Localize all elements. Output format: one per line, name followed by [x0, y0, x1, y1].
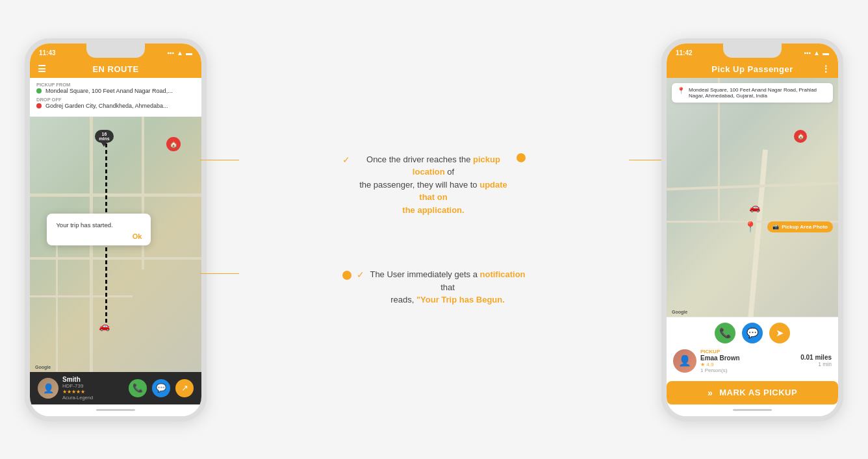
phone1-notch [86, 43, 145, 58]
passenger-details: PICKUP Emaa Brown ★ 4.9 1 Person(s) [700, 349, 740, 373]
phone1-route-bar: PICKUP FROM Mondeal Square, 100 Feet Ana… [30, 78, 201, 117]
trip-dialog-message: Your trip has started. [56, 221, 142, 229]
pickup-pin-icon: 📍 [677, 87, 685, 94]
annotation-bottom-text: The User immediately gets a notification… [370, 268, 526, 306]
pickup-area-photo-btn[interactable]: 📷 Pickup Area Photo [767, 221, 833, 232]
phone2-wifi-icon: ▲ [813, 49, 820, 56]
pickup-type-label: PICKUP [700, 349, 740, 354]
annotation-top-text: Once the driver reaches the pickup locat… [355, 153, 511, 217]
phone1-header-title: EN ROUTE [92, 64, 138, 74]
phone2-header-title: Pick Up Passenger [711, 64, 793, 74]
trip-dialog: Your trip has started. Ok [47, 214, 151, 245]
driver-car: Acura-Legend [62, 395, 93, 401]
phone1-menu-icon[interactable]: ☰ [38, 64, 47, 74]
h-line-bottom-left [200, 273, 239, 274]
phone1-status-icons: ▪▪▪ ▲ ▬ [167, 49, 192, 56]
phone2-time: 11:42 [676, 49, 693, 56]
phone1-signal-icon: ▪▪▪ [167, 49, 174, 56]
map2-location-pin: 📍 [744, 221, 757, 233]
phone2-home-bar [667, 404, 838, 416]
car-icon: 🚗 [99, 321, 110, 331]
mark-pickup-label: MARK AS PICKUP [719, 388, 797, 397]
annotation-area: ✓ Once the driver reaches the pickup loc… [207, 153, 661, 306]
road-h3 [30, 295, 133, 297]
passenger-count: 1 Person(s) [700, 367, 740, 373]
h-line-top-left [200, 160, 239, 160]
annotation-top-line1: Once the driver reaches the pickup locat… [366, 155, 500, 177]
phone1-time: 11:43 [39, 49, 56, 56]
trip-dialog-ok[interactable]: Ok [56, 232, 142, 240]
mark-pickup-arrows: » [708, 388, 713, 398]
phone2-status-icons: ▪▪▪ ▲ ▬ [804, 49, 829, 56]
passenger-time: 1 min [800, 361, 832, 367]
chat-button-2[interactable]: 💬 [742, 323, 763, 343]
map2-car-icon: 🚗 [749, 202, 760, 212]
passenger-avatar: 👤 [673, 349, 696, 373]
panel-action-icons: 📞 💬 ➤ [673, 323, 832, 343]
phone1-pickup-label: PICKUP FROM [36, 82, 195, 88]
road-h1 [30, 193, 201, 197]
driver-name: Smith [62, 376, 93, 383]
google-label-1: Google [35, 365, 51, 369]
annotation-top-dot [517, 153, 526, 162]
passenger-name: Emaa Brown [700, 354, 740, 362]
phone1-dropoff-label: DROP OFF [36, 97, 195, 103]
annotation-bottom: ✓ The User immediately gets a notificati… [342, 268, 526, 306]
phone1-dropoff-item: Godrej Garden City, Chandkheda, Ahmedaba… [36, 103, 195, 110]
phone2-battery-icon: ▬ [823, 49, 829, 56]
driver-plate: HDF-739 [62, 383, 93, 389]
map2-red-marker: 🏠 [794, 130, 807, 143]
annotation-bottom-line1: The User immediately gets a notification… [370, 269, 525, 292]
phone1-action-icons: 📞 💬 ↗ [129, 379, 194, 397]
driver-details: Smith HDF-739 ★★★★★ Acura-Legend [62, 376, 93, 401]
time-bubble: 16 mins [95, 130, 113, 143]
camera-icon: 📷 [772, 224, 779, 230]
marker-tail [101, 143, 107, 147]
annotation-top: ✓ Once the driver reaches the pickup loc… [342, 153, 526, 217]
share-button-1[interactable]: ↗ [175, 379, 194, 397]
annotation-bottom-dot [342, 271, 351, 280]
pickup-location-box: 📍 Mondeal Square, 100 Feet Anand Nagar R… [672, 83, 833, 103]
phone1-battery-icon: ▬ [186, 49, 192, 56]
scene: 11:43 ▪▪▪ ▲ ▬ ☰ EN ROUTE PICKUP FROM Mon… [25, 9, 843, 451]
phone2-map: 📍 Mondeal Square, 100 Feet Anand Nagar R… [667, 78, 838, 317]
passenger-right: 0.01 miles 1 min [800, 354, 832, 367]
home-bar-line-1 [96, 409, 135, 411]
driver-rating: ★★★★★ [62, 389, 93, 395]
call-button-2[interactable]: 📞 [715, 323, 735, 343]
driver-avatar: 👤 [38, 378, 58, 399]
road-v2 [142, 117, 144, 270]
annotation-bottom-check: ✓ [357, 269, 364, 280]
phone1-home-bar [30, 404, 201, 416]
phone1-dropoff-dot [36, 103, 42, 108]
passenger-distance: 0.01 miles [800, 354, 832, 361]
phone2-signal-icon: ▪▪▪ [804, 49, 811, 56]
phone1-wifi-icon: ▲ [177, 49, 183, 56]
home-bar-line-2 [733, 409, 772, 411]
mark-pickup-button[interactable]: » MARK AS PICKUP [667, 381, 838, 404]
phone1-pickup-item: Mondeal Square, 100 Feet Anand Nagar Roa… [36, 88, 195, 95]
home-icon: 🏠 [166, 137, 181, 151]
call-button-1[interactable]: 📞 [129, 379, 147, 397]
annotation-top-line2: the passenger, they will have to update … [359, 180, 507, 203]
phone1-header: ☰ EN ROUTE [30, 60, 201, 78]
nav-button-2[interactable]: ➤ [769, 323, 790, 343]
passenger-rating: ★ 4.9 [700, 362, 740, 367]
time-marker: 16 mins [95, 130, 113, 147]
annotation-top-check: ✓ [342, 155, 350, 165]
phone2-notch [723, 43, 782, 58]
chat-button-1[interactable]: 💬 [152, 379, 170, 397]
map2-road-h1 [667, 182, 838, 190]
google-label-2: Google [672, 310, 687, 314]
pickup-area-btn-label: Pickup Area Photo [782, 224, 828, 230]
driver-info: 👤 Smith HDF-739 ★★★★★ Acura-Legend [38, 376, 93, 401]
annotation-top-wrapper: ✓ Once the driver reaches the pickup loc… [220, 153, 648, 217]
phone1-dropoff-address: Godrej Garden City, Chandkheda, Ahmedaba… [45, 103, 168, 110]
phone1-pickup-dot [36, 88, 42, 93]
annotation-top-line3: the application. [402, 205, 464, 215]
annotation-bottom-wrapper: ✓ The User immediately gets a notificati… [220, 268, 648, 306]
phone2-more-icon[interactable]: ⋮ [821, 64, 831, 74]
passenger-left: 👤 PICKUP Emaa Brown ★ 4.9 1 Person(s) [673, 349, 740, 373]
phone-1: 11:43 ▪▪▪ ▲ ▬ ☰ EN ROUTE PICKUP FROM Mon… [25, 38, 207, 421]
passenger-row: 👤 PICKUP Emaa Brown ★ 4.9 1 Person(s) 0.… [673, 349, 832, 373]
